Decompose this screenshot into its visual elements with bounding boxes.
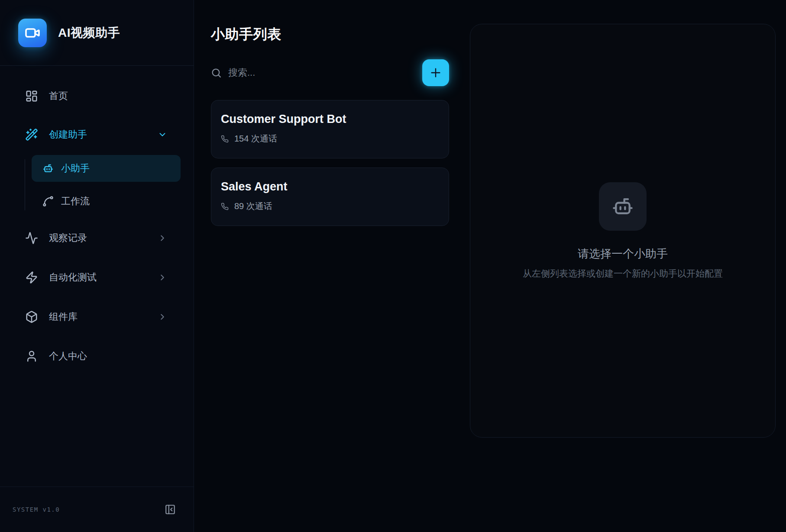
assistant-name: Customer Support Bot [221, 113, 439, 126]
assistant-card[interactable]: Sales Agent 89 次通话 [211, 168, 449, 226]
empty-state-subtitle: 从左侧列表选择或创建一个新的小助手以开始配置 [523, 268, 723, 280]
spline-icon [42, 195, 54, 207]
sidebar-item-label: 组件库 [49, 310, 78, 323]
assistant-call-count: 154 次通话 [221, 133, 439, 145]
phone-icon [221, 135, 229, 143]
sidebar-item-automation-testing[interactable]: 自动化测试 [10, 265, 183, 290]
sidebar-nav: 首页 创建助手 [0, 66, 194, 368]
plus-icon [429, 66, 443, 80]
sidebar-item-label: 首页 [49, 90, 68, 103]
sidebar-item-home[interactable]: 首页 [10, 84, 183, 108]
empty-state-title: 请选择一个小助手 [578, 246, 668, 261]
call-count-text: 154 次通话 [234, 133, 277, 145]
sidebar-item-label: 自动化测试 [49, 271, 97, 284]
collapse-sidebar-button[interactable] [165, 504, 176, 515]
search-row [211, 59, 449, 87]
sidebar-subitem-label: 小助手 [61, 162, 90, 175]
app-title: AI视频助手 [58, 25, 120, 41]
assistant-card[interactable]: Customer Support Bot 154 次通话 [211, 100, 449, 158]
search-icon [211, 68, 222, 78]
call-count-text: 89 次通话 [234, 200, 272, 212]
chevron-down-icon [158, 130, 167, 139]
video-camera-icon [25, 25, 40, 41]
sidebar-subitem-workflow[interactable]: 工作流 [32, 188, 181, 215]
sidebar-header: AI视频助手 [0, 0, 194, 66]
sidebar-item-label: 个人中心 [49, 350, 87, 363]
sidebar: AI视频助手 首页 创建助手 [0, 0, 194, 532]
zap-icon [25, 271, 38, 284]
add-assistant-button[interactable] [422, 59, 449, 86]
sidebar-item-component-library[interactable]: 组件库 [10, 305, 183, 329]
magic-wand-icon [25, 128, 38, 141]
sidebar-subitem-label: 工作流 [61, 195, 90, 208]
chevron-right-icon [158, 273, 167, 282]
user-icon [25, 350, 38, 363]
sidebar-item-profile[interactable]: 个人中心 [10, 344, 183, 368]
activity-icon [25, 232, 38, 245]
page-title: 小助手列表 [211, 25, 471, 44]
assistant-name: Sales Agent [221, 180, 439, 193]
panel-left-close-icon [165, 504, 176, 515]
system-version: SYSTEM v1.0 [13, 506, 60, 513]
sidebar-item-label: 创建助手 [49, 128, 87, 141]
app-logo [18, 19, 47, 47]
assistant-detail-panel: 请选择一个小助手 从左侧列表选择或创建一个新的小助手以开始配置 [470, 24, 776, 438]
chevron-right-icon [158, 233, 167, 243]
chevron-right-icon [158, 312, 167, 322]
empty-state-icon-box [599, 182, 647, 231]
sidebar-subitem-assistant[interactable]: 小助手 [32, 155, 181, 182]
assistant-call-count: 89 次通话 [221, 200, 439, 212]
sidebar-item-label: 观察记录 [49, 232, 87, 245]
sidebar-item-create-assistant[interactable]: 创建助手 [10, 123, 183, 147]
bot-icon [42, 162, 54, 174]
dashboard-icon [25, 90, 38, 103]
search-input[interactable] [228, 67, 422, 78]
bot-icon [610, 194, 635, 219]
create-assistant-submenu: 小助手 工作流 [10, 155, 183, 215]
assistant-list-panel: 小助手列表 Customer Support Bot 154 次通话 [194, 0, 471, 226]
box-icon [25, 310, 38, 323]
sidebar-footer: SYSTEM v1.0 [0, 487, 194, 532]
sidebar-item-records[interactable]: 观察记录 [10, 226, 183, 250]
phone-icon [221, 203, 229, 210]
